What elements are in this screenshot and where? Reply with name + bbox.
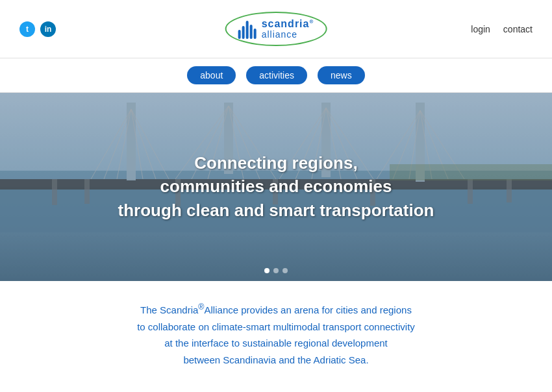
logo-bars-icon <box>238 18 257 39</box>
header-nav: login contact <box>471 24 533 34</box>
dot-2[interactable] <box>273 268 279 273</box>
dot-3[interactable] <box>282 268 288 273</box>
nav-news-button[interactable]: news <box>318 66 365 84</box>
twitter-icon[interactable]: t <box>19 21 35 37</box>
hero-section: Connecting regions,communities and econo… <box>0 93 552 281</box>
dot-1[interactable] <box>264 268 270 273</box>
logo[interactable]: scandria® alliance <box>225 12 327 46</box>
main-nav: about activities news <box>0 58 552 93</box>
nav-about-button[interactable]: about <box>187 66 236 84</box>
social-icons: t in <box>19 21 56 37</box>
description-section: The Scandria®Alliance provides an arena … <box>0 281 552 387</box>
login-link[interactable]: login <box>471 24 490 34</box>
linkedin-icon[interactable]: in <box>40 21 56 37</box>
description-text: The Scandria®Alliance provides an arena … <box>107 300 445 368</box>
logo-text: scandria® alliance <box>262 18 314 40</box>
contact-link[interactable]: contact <box>503 24 533 34</box>
site-header: t in scandria® alliance login co <box>0 0 552 58</box>
logo-bottom-text: alliance <box>262 30 314 40</box>
hero-title: Connecting regions,communities and econo… <box>55 151 497 222</box>
carousel-dots <box>264 268 288 273</box>
logo-container: scandria® alliance <box>225 12 327 46</box>
hero-text-block: Connecting regions,communities and econo… <box>55 151 497 222</box>
nav-activities-button[interactable]: activities <box>246 66 307 84</box>
logo-top-text: scandria® <box>262 18 314 30</box>
